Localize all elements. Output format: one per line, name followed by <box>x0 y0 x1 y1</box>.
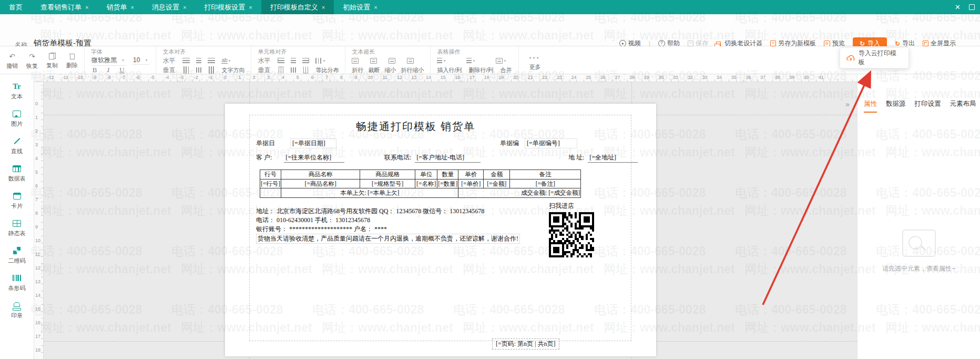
cell-valign-middle-icon[interactable] <box>291 67 296 73</box>
cell-align-left-icon[interactable] <box>278 58 284 63</box>
info-line-2[interactable]: 电话： 010-62430001 手机： 13012345678 <box>256 216 370 225</box>
italic-button[interactable]: I <box>105 66 112 74</box>
tab-查看销售订单[interactable]: 查看销售订单× <box>32 0 97 14</box>
address-label[interactable]: 地 址: <box>568 154 584 161</box>
overflow-option-折行[interactable]: 折行 <box>352 66 363 74</box>
panel-collapse-icon[interactable]: » <box>845 100 850 108</box>
table-op-合并[interactable]: 合并 <box>501 66 512 74</box>
info-line-3[interactable]: 银行账号： ******************** 户名： **** <box>256 225 387 234</box>
more-icon[interactable]: ··· <box>529 48 541 62</box>
bold-button[interactable]: B <box>91 66 98 74</box>
tool-直线[interactable]: 直线 <box>11 136 23 164</box>
truncate-icon[interactable] <box>370 58 377 64</box>
qr-block[interactable]: 扫我进店 <box>549 202 596 260</box>
tab-close-icon[interactable]: × <box>249 4 252 11</box>
shrink-icon[interactable] <box>389 58 395 64</box>
tool-文本[interactable]: Tr文本 <box>11 82 23 109</box>
wrap-shrink-icon[interactable] <box>407 58 414 64</box>
valign-middle-icon[interactable] <box>196 67 201 73</box>
tool-静态表[interactable]: 静态表 <box>8 218 26 246</box>
customer-label[interactable]: 客 户: <box>256 154 272 161</box>
address-field[interactable]: [=全地址] <box>588 153 638 163</box>
insert-row-col-dropdown[interactable] <box>437 58 445 63</box>
delete-row-col-dropdown[interactable] <box>466 58 475 63</box>
delete-button[interactable]: 删除 <box>66 53 78 74</box>
design-canvas[interactable]: 畅捷通打印模板 销货单 单据日 [=单据日期] 单据编 [=单据编号] 客 户:… <box>44 82 857 359</box>
window-fullscreen-icon[interactable] <box>969 4 975 10</box>
doc-number-field[interactable]: [=单据编号] <box>525 138 577 148</box>
panel-tab-打印设置[interactable]: 打印设置 <box>915 99 941 113</box>
doc-number-label[interactable]: 单据编 <box>500 139 519 147</box>
redo-button[interactable]: ↷恢复 <box>26 53 38 74</box>
tab-初始设置[interactable]: 初始设置× <box>334 0 386 14</box>
distribute-columns-dropdown[interactable] <box>315 58 325 64</box>
tab-close-icon[interactable]: × <box>183 4 186 11</box>
tab-打印模板设置[interactable]: 打印模板设置× <box>195 0 261 14</box>
tool-图片[interactable]: 图片 <box>11 109 23 136</box>
tab-销货单[interactable]: 销货单× <box>97 0 142 14</box>
overflow-option-缩小[interactable]: 缩小 <box>384 66 396 74</box>
items-table[interactable]: 行号商品名称商品规格单位数量单价金额备注[=行号][=商品名称][=规格型号][… <box>260 169 581 198</box>
tool-数据表[interactable]: 数据表 <box>8 164 26 191</box>
panel-tab-元素布局[interactable]: 元素布局 <box>950 99 976 113</box>
tab-首页[interactable]: 首页 <box>0 0 32 14</box>
cell-valign-bottom-icon[interactable] <box>303 67 309 74</box>
align-left-icon[interactable] <box>182 58 190 63</box>
panel-tab-数据源[interactable]: 数据源 <box>886 99 906 113</box>
merge-cells-dropdown[interactable] <box>496 58 506 64</box>
tool-印章[interactable]: 印章 <box>11 301 23 328</box>
valign-bottom-icon[interactable] <box>209 66 214 74</box>
tool-卡片[interactable]: 卡片 <box>11 191 23 218</box>
template-title[interactable]: 畅捷通打印模板 销货单 <box>356 119 475 134</box>
import-cloud-template-menu-item[interactable]: 导入云打印模板 <box>840 47 909 68</box>
contact-phone-field[interactable]: [=客户地址-电话] <box>415 153 481 163</box>
deal-amount-cell[interactable]: 成交金额: [=成交金额] <box>458 188 581 198</box>
copy-button[interactable]: 复制 <box>46 53 58 74</box>
underline-button[interactable]: U <box>118 66 126 74</box>
valign-top-icon[interactable] <box>183 66 189 74</box>
wrap-icon[interactable] <box>352 58 359 64</box>
distribute-label[interactable]: 等比分布 <box>315 66 339 74</box>
align-right-icon[interactable] <box>208 58 215 63</box>
info-line-1[interactable]: 地址： 北京市海淀区北清路68号用友软件园 QQ： 12345678 微信号： … <box>256 207 484 216</box>
tab-消息设置[interactable]: 消息设置× <box>143 0 195 14</box>
undo-button[interactable]: ↶撤销 <box>6 53 18 74</box>
field-cell[interactable]: [=名称] <box>415 180 437 188</box>
cell-align-center-icon[interactable] <box>291 58 296 63</box>
field-cell[interactable]: [=数量] <box>437 180 458 188</box>
tab-close-icon[interactable]: × <box>85 4 88 11</box>
contact-phone-label[interactable]: 联系电话: <box>384 154 411 161</box>
customer-field[interactable]: [=往来单位名称] <box>284 153 344 163</box>
tool-条形码[interactable]: 条形码 <box>8 273 26 301</box>
field-cell[interactable]: [=单价] <box>458 180 484 188</box>
template-page[interactable]: 畅捷通打印模板 销货单 单据日 [=单据日期] 单据编 [=单据编号] 客 户:… <box>225 104 656 356</box>
field-cell[interactable]: [=备注] <box>510 180 581 188</box>
panel-tab-属性[interactable]: 属性 <box>864 99 877 113</box>
info-line-4[interactable]: 货物当天请验收清楚，产品质量问题请在一个月内退换，逾期概不负责，还望谅解，谢谢合… <box>256 234 520 244</box>
field-cell[interactable]: [=金额] <box>484 180 510 188</box>
table-op-删除行/列[interactable]: 删除行/列 <box>468 66 493 74</box>
tab-打印模板自定义[interactable]: 打印模板自定义× <box>261 0 334 14</box>
align-center-icon[interactable] <box>196 58 201 63</box>
field-cell[interactable]: [=商品名称] <box>281 180 360 188</box>
overflow-option-折行缩小[interactable]: 折行缩小 <box>401 66 424 74</box>
page-number-field[interactable]: [=页码: 第n页 | 共n页] <box>492 338 559 350</box>
field-cell[interactable]: [=行号] <box>260 180 281 188</box>
window-close-icon[interactable]: ✕ <box>955 3 961 11</box>
cell-valign-top-icon[interactable] <box>279 67 284 74</box>
font-family-select[interactable]: 微软雅黑 <box>91 56 126 66</box>
tool-二维码[interactable]: 二维码 <box>8 246 26 273</box>
tab-close-icon[interactable]: × <box>322 4 325 11</box>
text-direction-dropdown[interactable]: ab <box>221 58 230 64</box>
tab-close-icon[interactable]: × <box>374 4 377 11</box>
font-size-select[interactable]: 10 <box>132 56 149 65</box>
text-direction-label[interactable]: 文字方向 <box>221 66 244 74</box>
overflow-option-裁断[interactable]: 裁断 <box>368 66 380 74</box>
table-op-插入行/列[interactable]: 插入行/列 <box>437 66 462 74</box>
cell-align-right-icon[interactable] <box>302 58 309 63</box>
owed-total-cell[interactable]: 本单上欠: [=本单上欠] <box>281 188 458 198</box>
doc-date-label[interactable]: 单据日 <box>256 139 275 147</box>
field-cell[interactable]: [=规格型号] <box>360 180 415 188</box>
tab-close-icon[interactable]: × <box>130 4 134 11</box>
doc-date-field[interactable]: [=单据日期] <box>290 138 336 148</box>
